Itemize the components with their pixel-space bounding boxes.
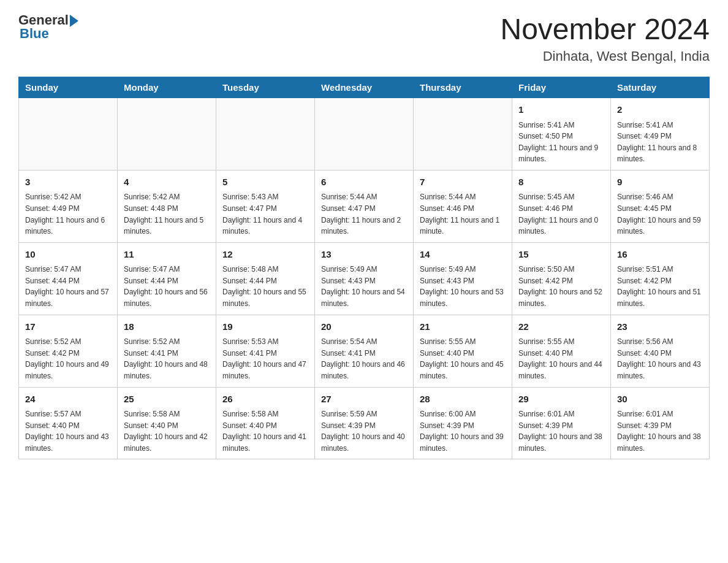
day-info: Sunrise: 5:55 AMSunset: 4:40 PMDaylight:… — [420, 336, 506, 381]
page-header: General Blue November 2024 Dinhata, West… — [18, 12, 710, 64]
calendar-cell: 17Sunrise: 5:52 AMSunset: 4:42 PMDayligh… — [19, 315, 118, 387]
column-header-wednesday: Wednesday — [315, 77, 414, 98]
calendar-cell: 13Sunrise: 5:49 AMSunset: 4:43 PMDayligh… — [315, 242, 414, 315]
calendar-cell: 28Sunrise: 6:00 AMSunset: 4:39 PMDayligh… — [414, 387, 512, 459]
calendar-cell: 7Sunrise: 5:44 AMSunset: 4:46 PMDaylight… — [414, 170, 512, 242]
day-info: Sunrise: 5:49 AMSunset: 4:43 PMDaylight:… — [420, 264, 506, 309]
calendar-cell: 4Sunrise: 5:42 AMSunset: 4:48 PMDaylight… — [118, 170, 216, 242]
column-header-saturday: Saturday — [611, 77, 710, 98]
day-info: Sunrise: 5:46 AMSunset: 4:45 PMDaylight:… — [617, 191, 703, 237]
calendar-cell: 27Sunrise: 5:59 AMSunset: 4:39 PMDayligh… — [315, 387, 414, 459]
day-info: Sunrise: 5:48 AMSunset: 4:44 PMDaylight:… — [222, 264, 308, 309]
calendar-cell: 5Sunrise: 5:43 AMSunset: 4:47 PMDaylight… — [216, 170, 315, 242]
calendar-header-row: SundayMondayTuesdayWednesdayThursdayFrid… — [19, 77, 710, 98]
calendar-week-row: 10Sunrise: 5:47 AMSunset: 4:44 PMDayligh… — [19, 242, 710, 315]
calendar-cell: 15Sunrise: 5:50 AMSunset: 4:42 PMDayligh… — [512, 242, 611, 315]
day-info: Sunrise: 5:58 AMSunset: 4:40 PMDaylight:… — [222, 408, 308, 454]
column-header-monday: Monday — [118, 77, 216, 98]
day-info: Sunrise: 5:52 AMSunset: 4:41 PMDaylight:… — [124, 336, 210, 381]
column-header-thursday: Thursday — [414, 77, 512, 98]
day-info: Sunrise: 5:55 AMSunset: 4:40 PMDaylight:… — [518, 336, 604, 381]
calendar-week-row: 3Sunrise: 5:42 AMSunset: 4:49 PMDaylight… — [19, 170, 710, 242]
calendar-cell: 19Sunrise: 5:53 AMSunset: 4:41 PMDayligh… — [216, 315, 315, 387]
day-info: Sunrise: 5:42 AMSunset: 4:49 PMDaylight:… — [25, 191, 111, 237]
calendar-cell: 20Sunrise: 5:54 AMSunset: 4:41 PMDayligh… — [315, 315, 414, 387]
day-number: 15 — [518, 248, 604, 262]
day-info: Sunrise: 5:47 AMSunset: 4:44 PMDaylight:… — [25, 264, 111, 309]
calendar-week-row: 1Sunrise: 5:41 AMSunset: 4:50 PMDaylight… — [19, 98, 710, 170]
day-info: Sunrise: 5:42 AMSunset: 4:48 PMDaylight:… — [124, 191, 210, 237]
day-info: Sunrise: 6:00 AMSunset: 4:39 PMDaylight:… — [420, 408, 506, 454]
day-info: Sunrise: 5:41 AMSunset: 4:49 PMDaylight:… — [617, 120, 703, 165]
calendar-cell — [118, 98, 216, 170]
day-info: Sunrise: 5:47 AMSunset: 4:44 PMDaylight:… — [124, 264, 210, 309]
calendar-cell: 6Sunrise: 5:44 AMSunset: 4:47 PMDaylight… — [315, 170, 414, 242]
calendar-cell: 16Sunrise: 5:51 AMSunset: 4:42 PMDayligh… — [611, 242, 710, 315]
day-info: Sunrise: 5:50 AMSunset: 4:42 PMDaylight:… — [518, 264, 604, 309]
day-number: 18 — [124, 320, 210, 334]
calendar-cell: 26Sunrise: 5:58 AMSunset: 4:40 PMDayligh… — [216, 387, 315, 459]
calendar-cell: 8Sunrise: 5:45 AMSunset: 4:46 PMDaylight… — [512, 170, 611, 242]
day-number: 4 — [124, 175, 210, 190]
calendar-cell: 24Sunrise: 5:57 AMSunset: 4:40 PMDayligh… — [19, 387, 118, 459]
calendar-week-row: 24Sunrise: 5:57 AMSunset: 4:40 PMDayligh… — [19, 387, 710, 459]
day-number: 9 — [617, 175, 703, 190]
calendar-cell: 12Sunrise: 5:48 AMSunset: 4:44 PMDayligh… — [216, 242, 315, 315]
day-info: Sunrise: 5:45 AMSunset: 4:46 PMDaylight:… — [518, 191, 604, 237]
calendar-cell: 14Sunrise: 5:49 AMSunset: 4:43 PMDayligh… — [414, 242, 512, 315]
day-number: 25 — [124, 393, 210, 407]
calendar-cell: 3Sunrise: 5:42 AMSunset: 4:49 PMDaylight… — [19, 170, 118, 242]
column-header-tuesday: Tuesday — [216, 77, 315, 98]
calendar-cell: 18Sunrise: 5:52 AMSunset: 4:41 PMDayligh… — [118, 315, 216, 387]
day-number: 24 — [25, 393, 111, 407]
calendar-cell — [414, 98, 512, 170]
day-number: 27 — [321, 393, 407, 407]
day-number: 16 — [617, 248, 703, 262]
day-info: Sunrise: 5:49 AMSunset: 4:43 PMDaylight:… — [321, 264, 407, 309]
day-info: Sunrise: 5:52 AMSunset: 4:42 PMDaylight:… — [25, 336, 111, 381]
day-info: Sunrise: 6:01 AMSunset: 4:39 PMDaylight:… — [617, 408, 703, 454]
calendar-week-row: 17Sunrise: 5:52 AMSunset: 4:42 PMDayligh… — [19, 315, 710, 387]
day-info: Sunrise: 5:41 AMSunset: 4:50 PMDaylight:… — [518, 120, 604, 165]
day-info: Sunrise: 5:43 AMSunset: 4:47 PMDaylight:… — [222, 191, 308, 237]
calendar-cell: 21Sunrise: 5:55 AMSunset: 4:40 PMDayligh… — [414, 315, 512, 387]
day-number: 21 — [420, 320, 506, 334]
day-number: 3 — [25, 175, 111, 190]
calendar-cell: 10Sunrise: 5:47 AMSunset: 4:44 PMDayligh… — [19, 242, 118, 315]
calendar-cell: 11Sunrise: 5:47 AMSunset: 4:44 PMDayligh… — [118, 242, 216, 315]
main-title: November 2024 — [500, 12, 710, 46]
day-number: 8 — [518, 175, 604, 190]
day-number: 23 — [617, 320, 703, 334]
logo-blue-text: Blue — [18, 26, 49, 42]
day-number: 13 — [321, 248, 407, 262]
day-number: 19 — [222, 320, 308, 334]
calendar-cell: 2Sunrise: 5:41 AMSunset: 4:49 PMDaylight… — [611, 98, 710, 170]
logo-triangle-icon — [70, 15, 78, 27]
column-header-sunday: Sunday — [19, 77, 118, 98]
day-number: 10 — [25, 248, 111, 262]
day-number: 2 — [617, 103, 703, 117]
day-number: 22 — [518, 320, 604, 334]
calendar-cell: 1Sunrise: 5:41 AMSunset: 4:50 PMDaylight… — [512, 98, 611, 170]
day-number: 12 — [222, 248, 308, 262]
day-info: Sunrise: 5:44 AMSunset: 4:46 PMDaylight:… — [420, 191, 506, 237]
calendar-cell: 22Sunrise: 5:55 AMSunset: 4:40 PMDayligh… — [512, 315, 611, 387]
day-number: 17 — [25, 320, 111, 334]
day-number: 7 — [420, 175, 506, 190]
calendar-cell — [19, 98, 118, 170]
day-number: 1 — [518, 103, 604, 117]
day-number: 26 — [222, 393, 308, 407]
day-info: Sunrise: 5:51 AMSunset: 4:42 PMDaylight:… — [617, 264, 703, 309]
calendar-cell: 9Sunrise: 5:46 AMSunset: 4:45 PMDaylight… — [611, 170, 710, 242]
day-info: Sunrise: 5:54 AMSunset: 4:41 PMDaylight:… — [321, 336, 407, 381]
day-info: Sunrise: 5:59 AMSunset: 4:39 PMDaylight:… — [321, 408, 407, 454]
day-info: Sunrise: 5:57 AMSunset: 4:40 PMDaylight:… — [25, 408, 111, 454]
day-number: 11 — [124, 248, 210, 262]
day-number: 30 — [617, 393, 703, 407]
title-block: November 2024 Dinhata, West Bengal, Indi… — [500, 12, 710, 64]
day-info: Sunrise: 5:56 AMSunset: 4:40 PMDaylight:… — [617, 336, 703, 381]
day-info: Sunrise: 5:58 AMSunset: 4:40 PMDaylight:… — [124, 408, 210, 454]
day-number: 5 — [222, 175, 308, 190]
calendar-cell: 29Sunrise: 6:01 AMSunset: 4:39 PMDayligh… — [512, 387, 611, 459]
day-number: 29 — [518, 393, 604, 407]
